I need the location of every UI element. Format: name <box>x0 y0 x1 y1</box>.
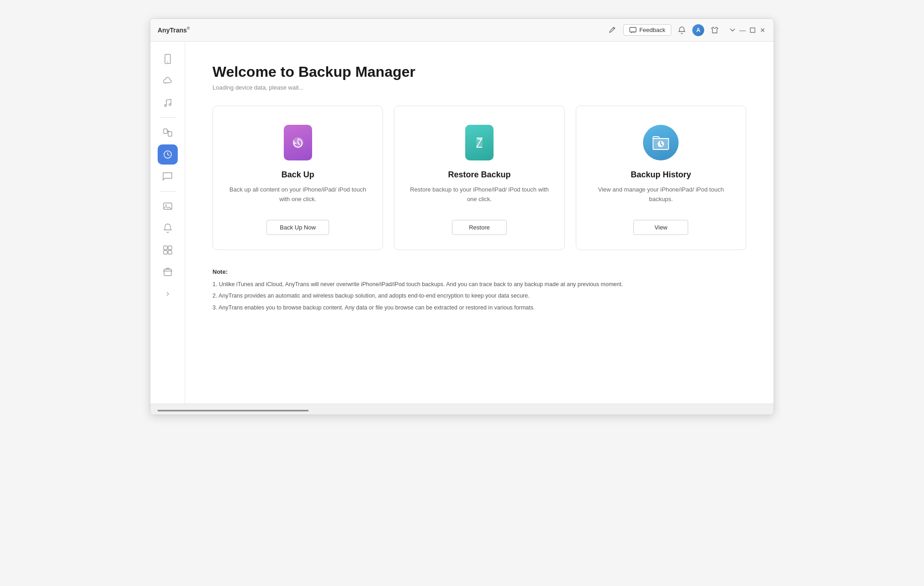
sidebar-item-photos[interactable] <box>158 196 178 216</box>
sidebar-divider-1 <box>159 117 176 118</box>
app-name: AnyTrans <box>158 27 187 34</box>
minimize-button[interactable]: — <box>739 27 746 34</box>
history-card: Backup History View and manage your iPho… <box>576 106 746 250</box>
note-item-2: 2. AnyTrans provides an automatic and wi… <box>212 291 746 301</box>
backup-phone-icon <box>284 125 312 160</box>
history-card-title: Backup History <box>631 170 691 180</box>
backup-card-title: Back Up <box>281 170 314 180</box>
profile-icon[interactable] <box>710 25 720 35</box>
sidebar-item-cloud[interactable] <box>158 71 178 91</box>
history-card-desc: View and manage your iPhone/iPad/ iPod t… <box>587 185 735 207</box>
history-folder-icon <box>643 125 679 160</box>
main-layout: Welcome to Backup Manager Loading device… <box>150 42 774 404</box>
cards-container: Back Up Back up all content on your iPho… <box>212 106 746 250</box>
notes-section: Note: 1. Unlike iTunes and iCloud, AnyTr… <box>212 268 746 313</box>
titlebar-right: Feedback A <box>608 24 766 36</box>
feedback-button[interactable]: Feedback <box>623 24 671 36</box>
main-content: Welcome to Backup Manager Loading device… <box>185 42 774 404</box>
restore-card: Restore Backup Restore backup to your iP… <box>394 106 564 250</box>
svg-point-3 <box>167 62 168 63</box>
sidebar-item-box[interactable] <box>158 262 178 282</box>
svg-rect-13 <box>164 250 167 254</box>
notes-title: Note: <box>212 268 746 275</box>
svg-rect-11 <box>164 246 167 250</box>
sidebar-expand-button[interactable] <box>158 288 178 300</box>
chevron-down-btn[interactable] <box>729 27 736 34</box>
close-button[interactable]: ✕ <box>759 27 766 34</box>
note-item-1: 1. Unlike iTunes and iCloud, AnyTrans wi… <box>212 280 746 289</box>
restore-button[interactable]: Restore <box>452 220 507 235</box>
page-subtitle: Loading device data, please wait... <box>212 84 746 91</box>
app-window: AnyTrans® Feedback <box>150 18 774 415</box>
backup-card-icon <box>280 124 316 161</box>
app-title: AnyTrans® <box>158 26 190 34</box>
window-controls: — ✕ <box>729 27 766 34</box>
svg-rect-6 <box>164 129 167 133</box>
restore-card-icon <box>461 124 498 161</box>
sidebar-item-transfer[interactable] <box>158 123 178 143</box>
view-button[interactable]: View <box>633 220 688 235</box>
history-card-icon <box>643 124 679 161</box>
svg-point-10 <box>165 205 167 206</box>
sidebar-item-music[interactable] <box>158 93 178 113</box>
sidebar-item-chat[interactable] <box>158 166 178 186</box>
restore-card-title: Restore Backup <box>448 170 510 180</box>
svg-rect-1 <box>750 28 755 32</box>
svg-point-4 <box>165 105 166 107</box>
restore-phone-icon <box>465 125 494 160</box>
sidebar <box>150 42 185 404</box>
titlebar: AnyTrans® Feedback <box>150 19 774 42</box>
backup-card: Back Up Back up all content on your iPho… <box>212 106 383 250</box>
app-registered: ® <box>187 26 190 31</box>
sidebar-item-device[interactable] <box>158 49 178 69</box>
svg-rect-12 <box>168 246 172 250</box>
status-bar: ▬▬▬▬▬▬▬▬▬▬▬▬▬▬▬▬▬▬▬▬▬▬▬▬▬▬▬▬▬▬ <box>150 404 774 415</box>
notification-icon[interactable] <box>677 25 687 35</box>
svg-rect-0 <box>630 27 636 32</box>
sidebar-item-appstore[interactable] <box>158 240 178 260</box>
sidebar-divider-2 <box>159 191 176 192</box>
titlebar-left: AnyTrans® <box>158 26 190 34</box>
sidebar-item-bell[interactable] <box>158 218 178 238</box>
user-avatar[interactable]: A <box>692 24 704 36</box>
backup-card-desc: Back up all content on your iPhone/iPad/… <box>224 185 372 207</box>
backup-now-button[interactable]: Back Up Now <box>266 220 329 235</box>
svg-rect-14 <box>168 250 172 254</box>
svg-rect-7 <box>168 132 172 136</box>
svg-rect-15 <box>164 269 171 276</box>
maximize-button[interactable] <box>749 27 756 34</box>
feedback-label: Feedback <box>639 27 665 33</box>
edit-icon[interactable] <box>608 25 618 35</box>
restore-card-desc: Restore backup to your iPhone/iPad/ iPod… <box>405 185 553 207</box>
sidebar-item-backup[interactable] <box>158 144 178 165</box>
note-item-3: 3. AnyTrans enables you to browse backup… <box>212 303 746 313</box>
svg-point-5 <box>169 104 171 106</box>
status-text: ▬▬▬▬▬▬▬▬▬▬▬▬▬▬▬▬▬▬▬▬▬▬▬▬▬▬▬▬▬▬ <box>158 407 308 412</box>
page-title: Welcome to Backup Manager <box>212 64 746 80</box>
